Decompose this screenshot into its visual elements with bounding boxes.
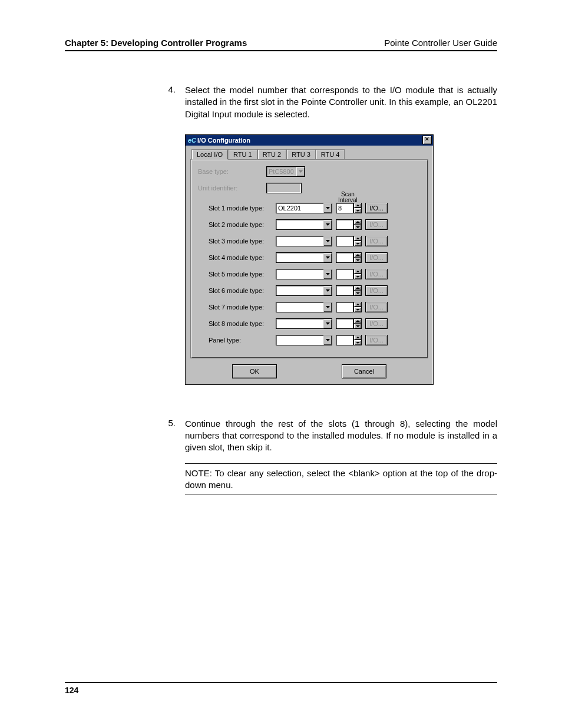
chevron-down-icon[interactable] [353,225,362,230]
guide-title: Pointe Controller User Guide [384,38,497,48]
chevron-down-icon[interactable] [323,203,332,213]
chevron-down-icon[interactable] [323,269,332,279]
chevron-up-icon[interactable] [353,285,362,291]
chevron-down-icon[interactable] [323,286,332,295]
slot-label: Slot 3 module type: [209,238,272,245]
svg-marker-7 [326,240,330,242]
slot-4-scan-spinner[interactable] [336,252,362,263]
svg-marker-18 [356,292,360,294]
base-type-combo: PtC5800 [266,166,305,177]
chevron-down-icon[interactable] [323,302,332,312]
slot-label: Slot 2 module type: [209,221,272,228]
chevron-up-icon[interactable] [353,236,362,242]
svg-marker-13 [326,273,330,275]
slot-5-module-combo[interactable] [276,269,332,279]
svg-marker-21 [356,309,360,311]
chevron-down-icon[interactable] [323,220,332,229]
svg-marker-24 [356,325,360,327]
chevron-up-icon[interactable] [353,302,362,308]
svg-marker-27 [356,342,360,344]
svg-marker-26 [356,337,360,338]
slot-row-4: Slot 4 module type:I/O... [198,252,421,263]
tab-panel: Base type: PtC5800 Unit identifier: Scan [190,159,428,358]
slot-1-io-button[interactable]: I/O... [365,203,388,213]
chevron-down-icon[interactable] [353,291,362,296]
slot-3-scan-spinner[interactable] [336,236,362,246]
slot-1-module-combo[interactable]: OL2201 [276,203,332,213]
svg-marker-1 [326,207,330,209]
chevron-up-icon[interactable] [353,318,362,324]
page-header: Chapter 5: Developing Controller Program… [65,38,497,51]
chevron-down-icon[interactable] [353,307,362,312]
chevron-up-icon[interactable] [353,219,362,225]
tab-strip: Local I/O RTU 1 RTU 2 RTU 3 RTU 4 [190,149,428,159]
slot-1-module-value: OL2201 [276,205,323,212]
slot-6-module-combo[interactable] [276,285,332,296]
chevron-down-icon[interactable] [353,324,362,329]
chevron-down-icon[interactable] [323,253,332,262]
slot-5-scan-spinner[interactable] [336,269,362,279]
tab-rtu-2[interactable]: RTU 2 [257,149,287,159]
step-4-text: Select the model number that corresponds… [185,84,497,120]
chevron-down-icon[interactable] [353,208,362,213]
panel-scan-spinner[interactable] [336,335,362,345]
slot-8-scan-spinner[interactable] [336,318,362,329]
tab-rtu-4[interactable]: RTU 4 [316,149,345,159]
tab-rtu-3[interactable]: RTU 3 [286,149,316,159]
chevron-down-icon[interactable] [353,340,362,345]
chevron-down-icon[interactable] [323,236,332,246]
chevron-down-icon[interactable] [323,335,332,345]
tab-rtu-1[interactable]: RTU 1 [228,149,257,159]
slot-label: Slot 6 module type: [209,287,272,294]
svg-marker-23 [356,320,360,322]
svg-marker-12 [356,259,360,261]
chevron-up-icon[interactable] [353,252,362,258]
chevron-down-icon[interactable] [353,258,362,263]
slot-2-module-combo[interactable] [276,219,332,230]
slot-row-1: Slot 1 module type:OL22018I/O... [198,202,421,214]
close-icon[interactable]: ✕ [422,136,432,144]
svg-marker-8 [356,238,360,239]
slot-8-module-combo[interactable] [276,318,332,329]
slot-7-io-button: I/O... [365,302,388,312]
svg-marker-25 [326,339,330,341]
chevron-down-icon[interactable] [353,241,362,246]
slot-label: Slot 7 module type: [209,304,272,311]
step-5: 5. Continue through the rest of the slot… [164,418,497,454]
dialog-titlebar[interactable]: eC I/O Configuration ✕ [186,135,433,146]
unit-id-field [266,183,302,193]
slot-row-7: Slot 7 module type:I/O... [198,301,421,313]
svg-marker-4 [326,223,330,226]
slot-2-io-button: I/O... [365,219,388,230]
slot-row-3: Slot 3 module type:I/O... [198,235,421,247]
chevron-up-icon[interactable] [353,335,362,341]
unit-id-label: Unit identifier: [198,185,263,192]
slot-7-scan-spinner[interactable] [336,302,362,312]
svg-marker-0 [299,170,303,173]
slot-row-6: Slot 6 module type:I/O... [198,285,421,297]
svg-marker-19 [326,306,330,308]
ok-button[interactable]: OK [232,364,277,378]
base-type-label: Base type: [198,168,263,175]
chapter-title: Chapter 5: Developing Controller Program… [65,38,247,48]
slot-2-scan-spinner[interactable] [336,219,362,230]
slot-label: Slot 4 module type: [209,254,272,261]
tab-local-io[interactable]: Local I/O [191,149,228,160]
cancel-button[interactable]: Cancel [342,364,386,378]
svg-marker-14 [356,271,360,272]
panel-type-combo[interactable] [276,335,332,345]
step-4-number: 4. [164,84,176,120]
dialog-title: I/O Configuration [197,137,250,144]
chevron-up-icon[interactable] [353,269,362,275]
chevron-up-icon[interactable] [353,203,362,209]
chevron-down-icon[interactable] [353,274,362,279]
slot-7-module-combo[interactable] [276,302,332,312]
slot-4-module-combo[interactable] [276,252,332,263]
slot-6-scan-spinner[interactable] [336,285,362,296]
slot-1-scan-spinner[interactable]: 8 [336,203,362,213]
panel-type-row: Panel type: [198,334,421,346]
chevron-down-icon[interactable] [323,319,332,328]
slot-3-module-combo[interactable] [276,236,332,246]
slot-row-8: Slot 8 module type:I/O... [198,318,421,330]
slot-row-5: Slot 5 module type:I/O... [198,268,421,280]
